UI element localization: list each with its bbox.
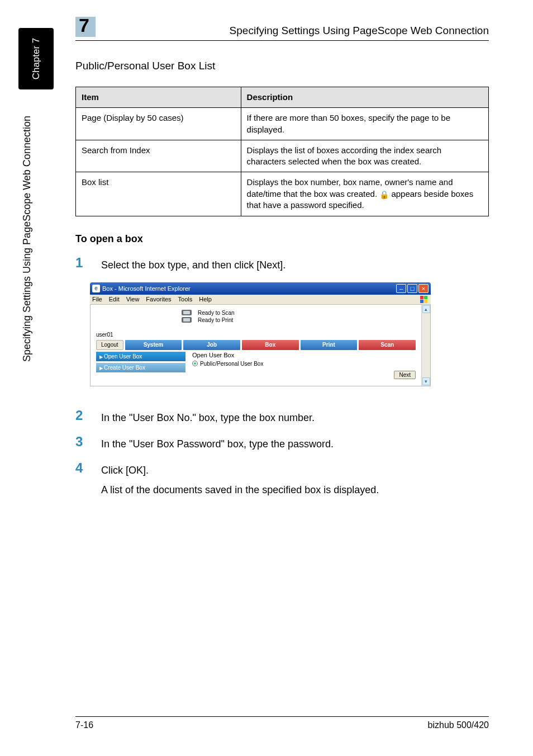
scrollbar[interactable]: ▴ ▾ [421, 305, 430, 386]
step-text: Click [OK]. [101, 461, 489, 478]
sidebar-item-create-user-box[interactable]: ▶Create User Box [96, 363, 185, 372]
table-row: Box list Displays the box number, box na… [76, 172, 489, 216]
th-item: Item [76, 87, 241, 108]
table-row: Page (Display by 50 cases) If there are … [76, 108, 489, 140]
sidebar-item-label: Create User Box [104, 365, 145, 371]
step-text: In the "User Box No." box, type the box … [101, 409, 489, 425]
menu-edit[interactable]: Edit [109, 296, 120, 303]
next-button[interactable]: Next [394, 371, 416, 379]
cell-desc: Displays the list of boxes according the… [241, 140, 488, 172]
step-text: In the "User Box Password" box, type the… [101, 435, 489, 451]
status-ready-scan: Ready to Scan [198, 309, 235, 316]
chapter-label: Chapter 7 [31, 38, 42, 80]
svg-rect-3 [183, 318, 190, 322]
page-number: 7-16 [75, 720, 93, 730]
radio-label: Public/Personal User Box [200, 361, 263, 367]
sidebar-item-open-user-box[interactable]: ▶Open User Box [96, 352, 185, 361]
subheading: Public/Personal User Box List [75, 60, 489, 72]
table-row: Search from Index Displays the list of b… [76, 140, 489, 172]
minimize-button[interactable]: – [396, 284, 406, 293]
browser-screenshot: e Box - Microsoft Internet Explorer – □ … [90, 282, 431, 386]
svg-rect-1 [183, 311, 190, 314]
window-titlebar: e Box - Microsoft Internet Explorer – □ … [90, 282, 431, 295]
sidebar-item-label: Open User Box [104, 353, 142, 360]
cell-item: Search from Index [76, 140, 241, 172]
menu-help[interactable]: Help [199, 296, 212, 303]
radio-dot-icon [192, 361, 198, 366]
menu-favorites[interactable]: Favorites [146, 296, 171, 303]
triangle-icon: ▶ [99, 366, 103, 371]
step-number: 3 [75, 435, 101, 448]
step-text: Select the box type, and then click [Nex… [101, 256, 489, 272]
tab-print[interactable]: Print [301, 340, 358, 350]
cell-item: Box list [76, 172, 241, 216]
printer-status-icon [180, 309, 194, 324]
user-label: user01 [96, 332, 416, 338]
cell-desc: Displays the box number, box name, owner… [241, 172, 488, 216]
close-button[interactable]: × [418, 284, 429, 293]
th-desc: Description [241, 87, 488, 108]
panel-title: Open User Box [192, 352, 416, 358]
status-ready-print: Ready to Print [198, 316, 235, 324]
scroll-up-icon[interactable]: ▴ [422, 305, 430, 313]
step-number: 2 [75, 409, 101, 422]
cell-item: Page (Display by 50 cases) [76, 108, 241, 140]
step-number: 1 [75, 256, 101, 270]
radio-public-personal[interactable]: Public/Personal User Box [192, 361, 416, 367]
section-number: 7 [79, 15, 89, 36]
scroll-down-icon[interactable]: ▾ [422, 377, 430, 385]
menu-file[interactable]: File [92, 296, 102, 303]
menu-view[interactable]: View [126, 296, 140, 303]
section-badge: 7 [75, 17, 96, 37]
model-name: bizhub 500/420 [428, 720, 489, 730]
open-box-heading: To open a box [75, 233, 489, 245]
lock-icon: 🔒 [379, 190, 389, 200]
maximize-button[interactable]: □ [407, 284, 417, 293]
running-title: Specifying Settings Using PageScope Web … [107, 25, 489, 37]
step-subtext: A list of the documents saved in the spe… [101, 483, 489, 497]
menu-tools[interactable]: Tools [178, 296, 193, 303]
cell-desc: If there are more than 50 boxes, specify… [241, 108, 488, 140]
spec-table: Item Description Page (Display by 50 cas… [75, 87, 489, 216]
tab-scan[interactable]: Scan [359, 340, 416, 350]
chapter-tab: Chapter 7 [18, 28, 54, 89]
step-number: 4 [75, 461, 101, 475]
tab-system[interactable]: System [125, 340, 182, 350]
sidebar-title: Specifying Settings Using PageScope Web … [21, 116, 33, 362]
menubar: File Edit View Favorites Tools Help [90, 295, 431, 305]
logout-button[interactable]: Logout [96, 340, 123, 350]
windows-flag-icon [420, 295, 429, 303]
ie-logo-icon: e [92, 285, 100, 292]
tab-job[interactable]: Job [183, 340, 240, 350]
tab-box[interactable]: Box [242, 340, 299, 350]
triangle-icon: ▶ [99, 355, 103, 360]
window-title: Box - Microsoft Internet Explorer [102, 285, 191, 292]
